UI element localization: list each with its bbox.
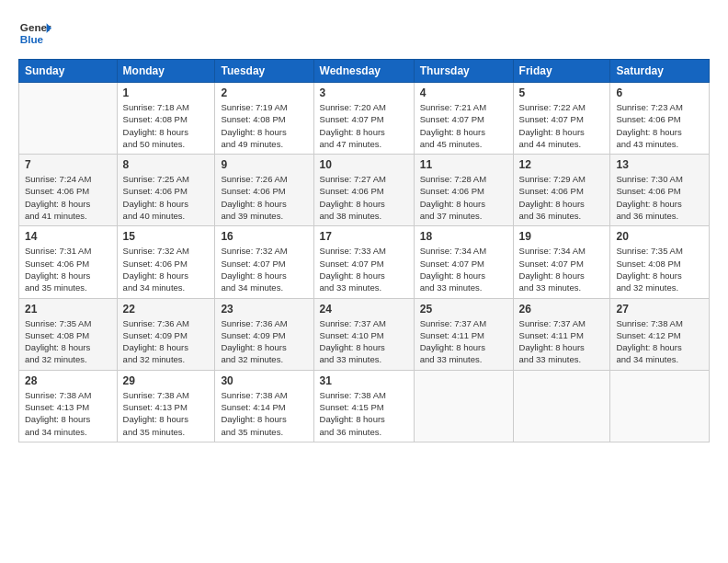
calendar-cell: 18Sunrise: 7:34 AM Sunset: 4:07 PM Dayli… [414, 226, 513, 298]
calendar-cell [610, 370, 710, 442]
column-header-monday: Monday [117, 60, 215, 83]
day-number: 1 [123, 86, 210, 99]
calendar-cell: 1Sunrise: 7:18 AM Sunset: 4:08 PM Daylig… [117, 83, 215, 155]
calendar-table: SundayMondayTuesdayWednesdayThursdayFrid… [18, 59, 710, 442]
day-info: Sunrise: 7:38 AM Sunset: 4:13 PM Dayligh… [123, 389, 210, 438]
day-number: 29 [123, 374, 210, 387]
day-number: 18 [420, 230, 507, 243]
column-header-saturday: Saturday [610, 60, 710, 83]
day-number: 3 [320, 86, 408, 99]
day-info: Sunrise: 7:22 AM Sunset: 4:07 PM Dayligh… [519, 101, 605, 150]
column-header-thursday: Thursday [414, 60, 513, 83]
day-info: Sunrise: 7:18 AM Sunset: 4:08 PM Dayligh… [123, 101, 210, 150]
day-info: Sunrise: 7:35 AM Sunset: 4:08 PM Dayligh… [616, 245, 703, 293]
day-number: 17 [320, 230, 408, 243]
column-header-tuesday: Tuesday [215, 60, 313, 83]
calendar-cell: 11Sunrise: 7:28 AM Sunset: 4:06 PM Dayli… [414, 155, 513, 226]
day-number: 14 [25, 230, 111, 243]
calendar-cell: 4Sunrise: 7:21 AM Sunset: 4:07 PM Daylig… [414, 83, 513, 155]
day-info: Sunrise: 7:25 AM Sunset: 4:06 PM Dayligh… [123, 173, 210, 222]
day-info: Sunrise: 7:29 AM Sunset: 4:06 PM Dayligh… [519, 173, 605, 222]
calendar-cell: 20Sunrise: 7:35 AM Sunset: 4:08 PM Dayli… [610, 226, 710, 298]
header: General Blue [18, 17, 710, 50]
day-number: 20 [616, 230, 703, 243]
calendar-cell: 27Sunrise: 7:38 AM Sunset: 4:12 PM Dayli… [610, 298, 710, 370]
day-info: Sunrise: 7:37 AM Sunset: 4:10 PM Dayligh… [320, 317, 408, 366]
calendar-cell: 13Sunrise: 7:30 AM Sunset: 4:06 PM Dayli… [610, 155, 710, 226]
day-number: 16 [221, 230, 307, 243]
calendar-cell [414, 370, 513, 442]
day-number: 15 [123, 230, 210, 243]
day-info: Sunrise: 7:24 AM Sunset: 4:06 PM Dayligh… [25, 173, 111, 222]
day-number: 2 [221, 86, 307, 99]
day-info: Sunrise: 7:21 AM Sunset: 4:07 PM Dayligh… [420, 101, 507, 150]
day-number: 10 [320, 158, 408, 171]
day-number: 11 [420, 158, 507, 171]
day-info: Sunrise: 7:26 AM Sunset: 4:06 PM Dayligh… [221, 173, 307, 222]
calendar-cell: 8Sunrise: 7:25 AM Sunset: 4:06 PM Daylig… [117, 155, 215, 226]
calendar-week-row: 28Sunrise: 7:38 AM Sunset: 4:13 PM Dayli… [19, 370, 710, 442]
day-info: Sunrise: 7:38 AM Sunset: 4:14 PM Dayligh… [221, 389, 307, 438]
day-number: 5 [519, 86, 605, 99]
generalblue-logo-icon: General Blue [18, 17, 51, 50]
day-number: 7 [25, 158, 111, 171]
calendar-cell: 30Sunrise: 7:38 AM Sunset: 4:14 PM Dayli… [215, 370, 313, 442]
calendar-cell: 28Sunrise: 7:38 AM Sunset: 4:13 PM Dayli… [19, 370, 118, 442]
day-info: Sunrise: 7:32 AM Sunset: 4:07 PM Dayligh… [221, 245, 307, 293]
day-info: Sunrise: 7:23 AM Sunset: 4:06 PM Dayligh… [616, 101, 703, 150]
calendar-cell: 23Sunrise: 7:36 AM Sunset: 4:09 PM Dayli… [215, 298, 313, 370]
calendar-cell: 14Sunrise: 7:31 AM Sunset: 4:06 PM Dayli… [19, 226, 118, 298]
day-number: 27 [616, 303, 703, 316]
calendar-header-row: SundayMondayTuesdayWednesdayThursdayFrid… [19, 60, 710, 83]
calendar-cell: 6Sunrise: 7:23 AM Sunset: 4:06 PM Daylig… [610, 83, 710, 155]
calendar-cell [19, 83, 118, 155]
logo: General Blue [18, 17, 51, 50]
column-header-sunday: Sunday [19, 60, 118, 83]
day-info: Sunrise: 7:38 AM Sunset: 4:15 PM Dayligh… [320, 389, 408, 438]
day-info: Sunrise: 7:36 AM Sunset: 4:09 PM Dayligh… [221, 317, 307, 366]
day-number: 25 [420, 303, 507, 316]
calendar-cell: 16Sunrise: 7:32 AM Sunset: 4:07 PM Dayli… [215, 226, 313, 298]
calendar-week-row: 14Sunrise: 7:31 AM Sunset: 4:06 PM Dayli… [19, 226, 710, 298]
day-info: Sunrise: 7:20 AM Sunset: 4:07 PM Dayligh… [320, 101, 408, 150]
day-number: 26 [519, 303, 605, 316]
calendar-cell: 2Sunrise: 7:19 AM Sunset: 4:08 PM Daylig… [215, 83, 313, 155]
day-number: 6 [616, 86, 703, 99]
day-number: 19 [519, 230, 605, 243]
calendar-cell: 15Sunrise: 7:32 AM Sunset: 4:06 PM Dayli… [117, 226, 215, 298]
day-info: Sunrise: 7:37 AM Sunset: 4:11 PM Dayligh… [420, 317, 507, 366]
calendar-cell: 7Sunrise: 7:24 AM Sunset: 4:06 PM Daylig… [19, 155, 118, 226]
day-info: Sunrise: 7:38 AM Sunset: 4:13 PM Dayligh… [25, 389, 111, 438]
day-info: Sunrise: 7:19 AM Sunset: 4:08 PM Dayligh… [221, 101, 307, 150]
calendar-cell: 9Sunrise: 7:26 AM Sunset: 4:06 PM Daylig… [215, 155, 313, 226]
calendar-cell: 12Sunrise: 7:29 AM Sunset: 4:06 PM Dayli… [513, 155, 610, 226]
day-number: 23 [221, 303, 307, 316]
calendar-cell: 22Sunrise: 7:36 AM Sunset: 4:09 PM Dayli… [117, 298, 215, 370]
calendar-cell: 10Sunrise: 7:27 AM Sunset: 4:06 PM Dayli… [313, 155, 414, 226]
calendar-cell: 5Sunrise: 7:22 AM Sunset: 4:07 PM Daylig… [513, 83, 610, 155]
day-number: 4 [420, 86, 507, 99]
day-info: Sunrise: 7:37 AM Sunset: 4:11 PM Dayligh… [519, 317, 605, 366]
calendar-cell: 3Sunrise: 7:20 AM Sunset: 4:07 PM Daylig… [313, 83, 414, 155]
day-info: Sunrise: 7:28 AM Sunset: 4:06 PM Dayligh… [420, 173, 507, 222]
calendar-week-row: 1Sunrise: 7:18 AM Sunset: 4:08 PM Daylig… [19, 83, 710, 155]
day-info: Sunrise: 7:32 AM Sunset: 4:06 PM Dayligh… [123, 245, 210, 293]
calendar-cell: 24Sunrise: 7:37 AM Sunset: 4:10 PM Dayli… [313, 298, 414, 370]
calendar-cell: 19Sunrise: 7:34 AM Sunset: 4:07 PM Dayli… [513, 226, 610, 298]
day-number: 30 [221, 374, 307, 387]
day-number: 12 [519, 158, 605, 171]
column-header-friday: Friday [513, 60, 610, 83]
calendar-cell: 25Sunrise: 7:37 AM Sunset: 4:11 PM Dayli… [414, 298, 513, 370]
day-info: Sunrise: 7:33 AM Sunset: 4:07 PM Dayligh… [320, 245, 408, 293]
day-number: 31 [320, 374, 408, 387]
calendar-cell: 21Sunrise: 7:35 AM Sunset: 4:08 PM Dayli… [19, 298, 118, 370]
page: General Blue SundayMondayTuesdayWednesda… [0, 0, 728, 563]
svg-text:Blue: Blue [20, 33, 44, 45]
day-info: Sunrise: 7:34 AM Sunset: 4:07 PM Dayligh… [519, 245, 605, 293]
day-info: Sunrise: 7:30 AM Sunset: 4:06 PM Dayligh… [616, 173, 703, 222]
day-number: 13 [616, 158, 703, 171]
day-info: Sunrise: 7:38 AM Sunset: 4:12 PM Dayligh… [616, 317, 703, 366]
day-info: Sunrise: 7:35 AM Sunset: 4:08 PM Dayligh… [25, 317, 111, 366]
day-number: 22 [123, 303, 210, 316]
calendar-week-row: 7Sunrise: 7:24 AM Sunset: 4:06 PM Daylig… [19, 155, 710, 226]
